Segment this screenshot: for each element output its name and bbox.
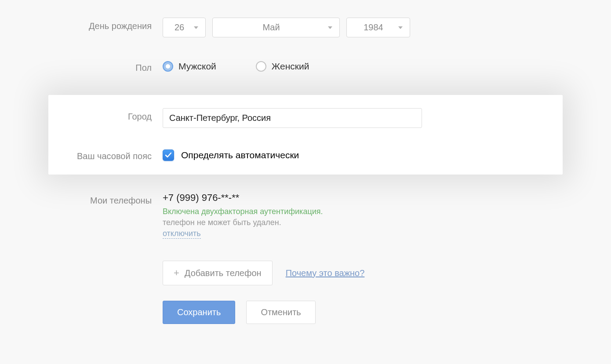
- birthday-day-select[interactable]: 26: [163, 18, 206, 37]
- radio-selected-icon: [163, 61, 173, 72]
- phone-2fa-status: Включена двухфакторная аутентификация.: [163, 207, 611, 216]
- timezone-auto-checkbox[interactable]: [163, 149, 174, 161]
- birthday-year-value: 1984: [354, 22, 393, 33]
- birthday-month-value: Май: [220, 22, 323, 33]
- why-important-link[interactable]: Почему это важно?: [286, 268, 365, 278]
- add-phone-button[interactable]: + Добавить телефон: [163, 261, 273, 285]
- gender-female-radio[interactable]: Женский: [256, 61, 309, 72]
- gender-male-radio[interactable]: Мужской: [163, 61, 216, 72]
- plus-icon: +: [174, 267, 179, 279]
- gender-female-label: Женский: [272, 61, 309, 72]
- phone-cannot-delete-note: телефон не может быть удален.: [163, 218, 611, 227]
- timezone-auto-label: Определять автоматически: [181, 150, 299, 160]
- birthday-year-select[interactable]: 1984: [346, 18, 410, 37]
- city-timezone-panel: Город Ваш часовой пояс Определять автома…: [48, 95, 563, 175]
- timezone-label: Ваш часовой пояс: [48, 148, 163, 161]
- add-phone-label: Добавить телефон: [185, 268, 262, 278]
- gender-male-label: Мужской: [178, 61, 216, 72]
- chevron-down-icon: [194, 26, 198, 29]
- birthday-month-select[interactable]: Май: [212, 18, 340, 37]
- birthday-day-value: 26: [170, 22, 189, 33]
- save-button[interactable]: Сохранить: [163, 301, 235, 324]
- disable-2fa-link[interactable]: отключить: [163, 229, 201, 239]
- check-icon: [165, 152, 172, 158]
- gender-label: Пол: [0, 59, 163, 73]
- chevron-down-icon: [328, 26, 332, 29]
- city-input[interactable]: [163, 108, 422, 128]
- city-label: Город: [48, 108, 163, 122]
- radio-icon: [256, 61, 266, 72]
- phones-label: Мои телефоны: [0, 192, 163, 206]
- birthday-label: День рождения: [0, 18, 163, 31]
- chevron-down-icon: [398, 26, 403, 29]
- phone-number: +7 (999) 976-**-**: [163, 192, 611, 204]
- cancel-button[interactable]: Отменить: [246, 301, 315, 324]
